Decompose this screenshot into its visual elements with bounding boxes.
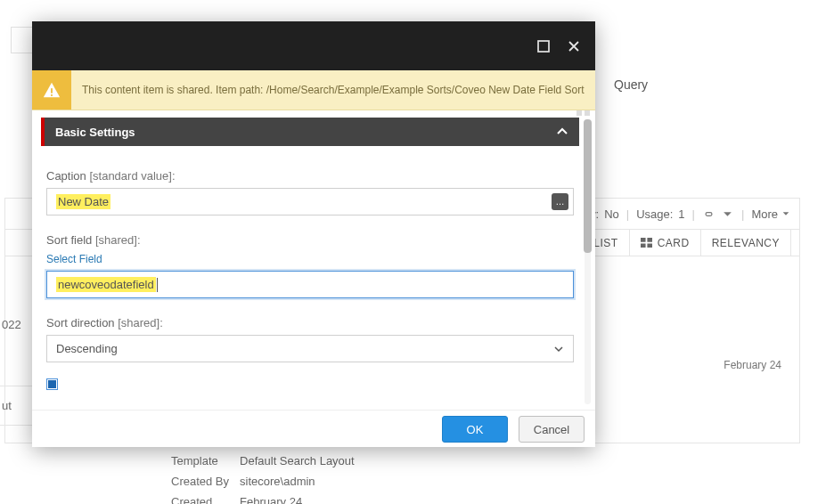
view-relevancy-button[interactable]: RELEVANCY: [700, 230, 790, 256]
caption-label-text: Caption: [46, 169, 86, 183]
select-field-link[interactable]: Select Field: [46, 253, 102, 265]
select-field-link-wrap: Select Field: [46, 252, 574, 265]
view-card-label: CARD: [658, 237, 690, 249]
edit-item-dialog: This content item is shared. Item path: …: [32, 21, 595, 447]
caret-down-icon[interactable]: [721, 208, 734, 220]
link-icon[interactable]: [702, 208, 715, 220]
svg-rect-1: [51, 88, 53, 93]
chevron-down-icon: [553, 344, 564, 354]
sortdir-select[interactable]: Descending: [46, 335, 574, 362]
left-rail-ut: ut: [0, 386, 34, 426]
sortfield-value: newcoveodatefield: [56, 277, 156, 292]
sortfield-hint: [shared]:: [95, 233, 141, 247]
left-rail: 022 ut: [0, 307, 34, 426]
view-relevancy-label: RELEVANCY: [712, 237, 780, 249]
basic-settings-header[interactable]: Basic Settings: [41, 118, 579, 146]
meta-created-row: Created February 24: [171, 492, 364, 504]
warning-text: This content item is shared. Item path: …: [71, 84, 595, 96]
result-date: February 24: [724, 359, 781, 371]
caption-browse-icon[interactable]: …: [552, 193, 568, 210]
meta-createdby-value: sitecore\admin: [240, 472, 364, 491]
cancel-button[interactable]: Cancel: [519, 416, 585, 443]
dialog-body: Basic Settings Caption [standard value]:…: [32, 110, 595, 411]
left-rail-year: 022: [0, 307, 34, 341]
meta-createdby-label: Created By: [171, 472, 238, 491]
dialog-titlebar: [32, 21, 595, 70]
sortfield-label: Sort field [shared]:: [46, 233, 574, 247]
ok-button[interactable]: OK: [442, 416, 508, 443]
caption-label: Caption [standard value]:: [46, 169, 574, 183]
dialog-scrollbar[interactable]: [582, 119, 593, 404]
sortdir-label-text: Sort direction: [46, 316, 115, 329]
sortfield-label-text: Sort field: [46, 233, 92, 247]
meta-template-label: Template: [171, 451, 238, 470]
query-label: Query: [614, 77, 648, 92]
spacer: [790, 230, 799, 256]
sortfield-input[interactable]: newcoveodatefield: [46, 271, 574, 298]
more-label: More: [751, 207, 778, 221]
caption-hint: [standard value]:: [89, 169, 175, 183]
meta-createdby-row: Created By sitecore\admin: [171, 472, 364, 491]
sortdir-hint: [shared]:: [118, 316, 163, 329]
svg-rect-0: [538, 41, 549, 52]
separator: |: [625, 207, 631, 221]
more-button[interactable]: More: [751, 207, 790, 221]
view-list-label: LIST: [593, 237, 617, 249]
view-card-button[interactable]: CARD: [629, 230, 700, 256]
meta-created-value: February 24: [240, 492, 364, 504]
enable-checkbox-row[interactable]: [46, 378, 574, 390]
meta-template-row: Template Default Search Layout: [171, 451, 364, 470]
dialog-footer: OK Cancel: [32, 411, 595, 448]
basic-settings-body: Caption [standard value]: New Date … Sor…: [41, 146, 579, 390]
sortdir-value: Descending: [56, 342, 118, 355]
svg-rect-2: [51, 94, 53, 96]
close-button[interactable]: [563, 36, 585, 57]
checkbox-icon[interactable]: [46, 378, 58, 390]
caption-input[interactable]: New Date …: [46, 188, 574, 215]
card-icon: [641, 238, 652, 248]
text-caret: [157, 278, 158, 292]
raw-value: No: [604, 207, 619, 221]
meta-template-value: Default Search Layout: [240, 451, 364, 470]
usage-value: 1: [678, 207, 684, 221]
caption-value: New Date: [56, 194, 110, 209]
dialog-scroll-area: Basic Settings Caption [standard value]:…: [41, 118, 579, 410]
separator: |: [691, 207, 697, 221]
separator: |: [740, 207, 746, 221]
chevron-up-icon: [556, 126, 568, 138]
meta-created-label: Created: [171, 492, 238, 504]
scrollbar-thumb[interactable]: [584, 119, 592, 253]
usage-label: Usage:: [636, 207, 673, 221]
maximize-button[interactable]: [533, 36, 554, 57]
tab-indicator: [576, 110, 590, 116]
sortdir-label: Sort direction [shared]:: [46, 316, 574, 329]
shared-item-warning: This content item is shared. Item path: …: [32, 70, 595, 110]
item-metadata: Template Default Search Layout Created B…: [169, 450, 365, 504]
warning-icon: [32, 70, 71, 110]
section-title: Basic Settings: [55, 126, 135, 139]
